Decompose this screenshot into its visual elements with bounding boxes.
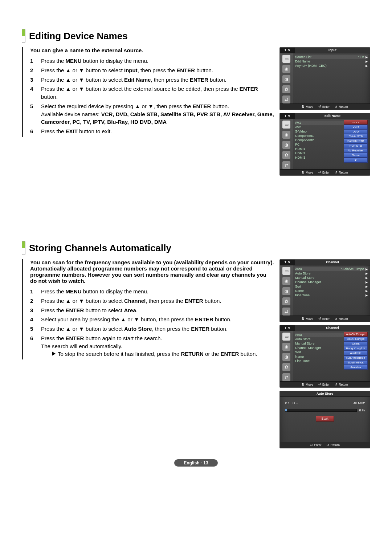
tv-badge: T V	[280, 325, 295, 331]
step: 6 Press the EXIT button to exit.	[30, 127, 274, 135]
option-item[interactable]: NZL/Indonesia	[344, 355, 368, 360]
start-button[interactable]: Start	[316, 416, 334, 422]
option-popup: Asia/W.EuropeCIS/E.EuropeChinaHong Kong/…	[344, 332, 368, 370]
osd-title: Edit Name	[295, 113, 370, 119]
osd-title: Input	[295, 48, 370, 53]
scroll-down-icon[interactable]: ▼	[344, 158, 368, 163]
picture-icon: ▭	[282, 55, 290, 63]
tv-badge: T V	[280, 113, 295, 119]
option-item[interactable]: China	[344, 341, 368, 346]
return-icon: ↺	[335, 171, 338, 174]
updown-icon: ⇅	[302, 317, 305, 321]
menu-row[interactable]: Channel Manager▶	[295, 280, 368, 284]
enter-icon: ⏎	[318, 105, 321, 109]
osd-input-panel: T V Input ▭ ◉ ◑ ✿ ⇄ Source List : TV▶	[279, 47, 370, 110]
osd-footer: ⇅Move ⏎Enter ↺Return	[280, 316, 370, 322]
menu-row[interactable]: Auto Store▶	[295, 271, 368, 276]
option-item[interactable]: DVD	[344, 129, 368, 134]
option-item[interactable]: Game	[344, 153, 368, 158]
option-item[interactable]: Australia	[344, 351, 368, 355]
step: 4 Select your area by pressing the ▲ or …	[30, 316, 274, 324]
osd-content: Area: Asia/W.Europe▶Auto Store▶Manual St…	[293, 265, 370, 316]
osd-sidebar: ▭ ◉ ◑ ✿ ⇄	[280, 265, 293, 316]
section2-header: Storing Channels Automatically	[22, 241, 370, 255]
menu-row[interactable]: Source List : TV▶	[295, 55, 368, 59]
osd-title: Auto Store	[280, 391, 370, 397]
option-item[interactable]: Hong Kong/UK	[344, 346, 368, 351]
option-item[interactable]: PVR STB	[344, 143, 368, 148]
input-icon: ⇄	[282, 95, 290, 103]
step: 3 Press the ENTER button to select Area.	[30, 306, 274, 314]
menu-row[interactable]: Manual Store▶	[295, 276, 368, 280]
progress-percent: 0 %	[359, 408, 365, 412]
tv-badge: T V	[280, 260, 295, 265]
option-popup: - - - -VCRDVDCable STBSatellite STBPVR S…	[344, 120, 368, 163]
pointer-icon	[52, 351, 56, 356]
header-bar-icon	[22, 241, 25, 255]
step: 2 Press the ▲ or ▼ button to select Chan…	[30, 297, 274, 305]
setup-icon: ✿	[282, 297, 290, 305]
updown-icon: ⇅	[302, 383, 305, 386]
sub-note: To stop the search before it has finishe…	[52, 350, 257, 358]
progress-bar	[285, 409, 357, 412]
enter-icon: ⏎	[318, 317, 321, 321]
osd-content: Source List : TV▶ Edit Name ▶ Anynet+ (H…	[293, 53, 370, 103]
return-icon: ↺	[335, 383, 338, 386]
setup-icon: ✿	[282, 151, 290, 159]
return-icon: ↺	[335, 105, 338, 109]
sound-icon: ◉	[282, 277, 290, 285]
step: 5 Press the ▲ or ▼ button to select Auto…	[30, 325, 274, 333]
osd-footer: ⏎Enter ↺Return	[280, 442, 370, 448]
section2-intro: You can scan for the frequency ranges av…	[30, 259, 274, 284]
option-item[interactable]: - - - -	[344, 120, 368, 125]
section2-steps: 1 Press the MENU button to display the m…	[30, 288, 274, 358]
section2-body: You can scan for the frequency ranges av…	[22, 259, 370, 448]
step: 2 Press the ▲ or ▼ button to select Inpu…	[30, 66, 274, 74]
osd-channel-area-panel: T V Channel ▭ ◉ ◑ ✿ ⇄ AreaAuto StoreManu…	[279, 325, 370, 388]
option-item[interactable]: Satellite STB	[344, 139, 368, 143]
menu-row[interactable]: Area: Asia/W.Europe▶	[295, 267, 368, 271]
menu-row[interactable]: Edit Name ▶	[295, 59, 368, 64]
step: 1 Press the MENU button to display the m…	[30, 288, 274, 296]
osd-footer: ⇅Move ⏎Enter ↺Return	[280, 169, 370, 175]
step: 5 Select the required device by pressing…	[30, 102, 274, 126]
section2-screenshots: T V Channel ▭ ◉ ◑ ✿ ⇄ Area: Asia/W.Europ…	[279, 259, 370, 448]
osd-content: AV1:AV2:S-Video:Component1:Component2:PC…	[293, 119, 370, 169]
page-number: English - 13	[174, 459, 218, 467]
menu-row[interactable]: Sort▶	[295, 284, 368, 289]
section2-text: You can scan for the frequency ranges av…	[22, 259, 274, 359]
osd-autostore-panel: Auto Store P 1 C -- 40 MHz 0 % Start ⏎En…	[279, 391, 370, 448]
updown-icon: ⇅	[302, 171, 305, 174]
osd-content: P 1 C -- 40 MHz 0 % Start	[280, 397, 370, 442]
sound-icon: ◉	[282, 131, 290, 139]
osd-footer: ⇅Move ⏎Enter ↺Return	[280, 103, 370, 110]
option-item[interactable]: CIS/E.Europe	[344, 337, 368, 341]
setup-icon: ✿	[282, 85, 290, 93]
option-item[interactable]: AV Receiver	[344, 148, 368, 153]
menu-row[interactable]: Anynet+ (HDMI-CEC) ▶	[295, 64, 368, 68]
osd-sidebar: ▭ ◉ ◑ ✿ ⇄	[280, 331, 293, 381]
header-bar-icon	[22, 29, 25, 43]
option-item[interactable]: Cable STB	[344, 134, 368, 139]
menu-row[interactable]: Name▶	[295, 289, 368, 293]
section1-header: Editing Device Names	[22, 29, 370, 43]
step: 1 Press the MENU button to display the m…	[30, 57, 274, 65]
osd-title: Channel	[295, 325, 370, 331]
osd-content: AreaAuto StoreManual StoreChannel Manage…	[293, 331, 370, 381]
step: 4 Press the ▲ or ▼ button to select the …	[30, 85, 274, 101]
option-item[interactable]: Asia/W.Europe	[344, 332, 368, 337]
section1-screenshots: T V Input ▭ ◉ ◑ ✿ ⇄ Source List : TV▶	[279, 47, 370, 176]
return-icon: ↺	[335, 317, 338, 321]
input-icon: ⇄	[282, 161, 290, 169]
osd-channel-panel: T V Channel ▭ ◉ ◑ ✿ ⇄ Area: Asia/W.Europ…	[279, 259, 370, 322]
osd-title: Channel	[295, 260, 370, 265]
menu-row[interactable]: Fine Tune▶	[295, 293, 368, 297]
channel-icon: ◑	[282, 75, 290, 83]
option-item[interactable]: South Africa	[344, 360, 368, 365]
channel-icon: ◑	[282, 353, 290, 361]
sound-icon: ◉	[282, 343, 290, 351]
option-item[interactable]: VCR	[344, 125, 368, 129]
osd-editname-panel: T V Edit Name ▭ ◉ ◑ ✿ ⇄ AV1:AV2:S-Video:…	[279, 113, 370, 176]
option-item[interactable]: America	[344, 365, 368, 370]
updown-icon: ⇅	[302, 105, 305, 109]
